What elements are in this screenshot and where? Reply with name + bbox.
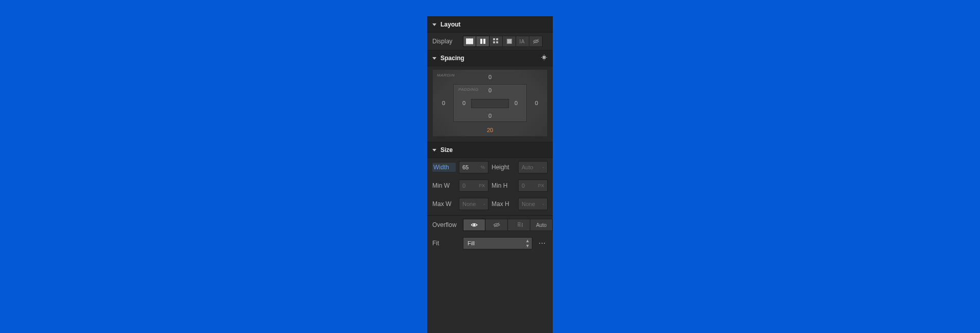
padding-left-input[interactable]: 0 — [459, 100, 469, 106]
display-label: Display — [432, 38, 459, 45]
chevron-down-icon — [432, 149, 436, 151]
maxh-input[interactable]: None - — [518, 198, 548, 210]
svg-rect-3 — [483, 39, 485, 44]
overflow-visible-button[interactable] — [463, 219, 485, 231]
svg-rect-4 — [493, 38, 495, 40]
overflow-group: Auto — [463, 219, 553, 231]
svg-rect-5 — [496, 38, 498, 40]
fit-row: Fit Fill ▴▾ ⋯ — [427, 234, 553, 252]
display-button-group: A — [463, 36, 543, 47]
svg-rect-9 — [508, 40, 510, 42]
margin-bottom-input[interactable]: 20 — [485, 127, 495, 133]
minw-input[interactable]: 0 PX — [459, 180, 488, 192]
width-label: Width — [432, 163, 456, 172]
margin-right-input[interactable]: 0 — [532, 100, 541, 106]
padding-label: PADDING — [458, 87, 478, 92]
svg-rect-7 — [496, 41, 498, 43]
fit-select[interactable]: Fill ▴▾ — [463, 237, 532, 249]
display-row: Display A — [427, 33, 553, 50]
padding-top-input[interactable]: 0 — [485, 87, 495, 93]
max-row: Max W None - Max H None - — [427, 195, 553, 213]
minw-label: Min W — [432, 182, 456, 189]
padding-right-input[interactable]: 0 — [511, 100, 521, 106]
svg-rect-1 — [467, 40, 472, 43]
height-input[interactable]: Auto - — [518, 161, 548, 173]
overflow-auto-button[interactable]: Auto — [530, 219, 553, 231]
margin-left-input[interactable]: 0 — [439, 100, 448, 106]
size-title: Size — [440, 146, 453, 153]
height-label: Height — [492, 164, 515, 171]
fit-more-button[interactable]: ⋯ — [536, 237, 548, 249]
minh-label: Min H — [492, 182, 515, 189]
layout-section-header[interactable]: Layout — [427, 16, 553, 33]
svg-rect-2 — [480, 39, 482, 44]
svg-rect-6 — [493, 41, 495, 43]
content-box — [471, 99, 509, 108]
spacing-focus-icon[interactable] — [541, 55, 548, 62]
size-section-header[interactable]: Size — [427, 142, 553, 158]
width-input[interactable]: 65 % — [459, 161, 488, 173]
overflow-hidden-button[interactable] — [485, 219, 508, 231]
spacing-title: Spacing — [440, 55, 464, 62]
maxw-label: Max W — [432, 200, 456, 208]
svg-rect-13 — [543, 56, 546, 59]
spacing-section-header[interactable]: Spacing — [427, 50, 553, 66]
margin-label: MARGIN — [437, 73, 455, 78]
display-inline-block-button[interactable] — [503, 36, 516, 47]
layout-title: Layout — [440, 21, 460, 28]
maxw-input[interactable]: None - — [459, 198, 488, 210]
display-none-button[interactable] — [529, 36, 543, 47]
width-height-row: Width 65 % Height Auto - — [427, 158, 553, 176]
display-inline-button[interactable]: A — [516, 36, 529, 47]
maxh-label: Max H — [492, 200, 515, 208]
display-flex-button[interactable] — [476, 36, 489, 47]
style-panel: Layout Display A Spacing — [427, 16, 553, 333]
spacing-box: MARGIN 0 20 0 0 PADDING 0 0 0 0 — [432, 69, 548, 137]
margin-top-input[interactable]: 0 — [485, 74, 495, 80]
min-row: Min W 0 PX Min H 0 PX — [427, 176, 553, 195]
overflow-row: Overflow Auto — [427, 216, 553, 234]
minh-input[interactable]: 0 PX — [518, 180, 548, 192]
display-block-button[interactable] — [463, 36, 476, 47]
chevron-down-icon — [432, 23, 436, 26]
fit-label: Fit — [432, 240, 459, 247]
select-caret-icon: ▴▾ — [526, 238, 529, 248]
chevron-down-icon — [432, 57, 436, 60]
padding-bottom-input[interactable]: 0 — [485, 113, 495, 119]
svg-text:A: A — [521, 39, 525, 44]
display-grid-button[interactable] — [489, 36, 503, 47]
svg-point-18 — [473, 224, 475, 226]
overflow-scroll-button[interactable] — [508, 219, 530, 231]
overflow-label: Overflow — [432, 221, 459, 228]
